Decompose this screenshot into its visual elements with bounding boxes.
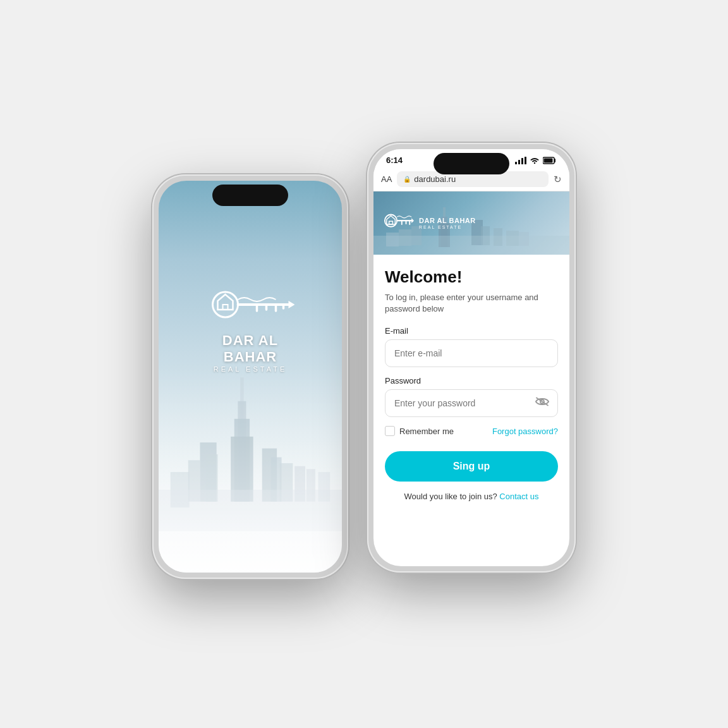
header-image: DAR AL BAHAR REAL ESTATE [373,191,569,255]
remember-row: Remember me Forgot password? [385,426,558,436]
svg-marker-50 [411,218,414,223]
skyline-left [159,357,342,573]
forgot-password-link[interactable]: Forgot password? [492,427,558,436]
svg-rect-42 [373,236,569,255]
header-logo: DAR AL BAHAR REAL ESTATE [384,211,476,235]
svg-rect-15 [159,366,342,573]
status-time: 6:14 [386,155,403,165]
header-logo-text: DAR AL BAHAR REAL ESTATE [419,217,476,229]
svg-rect-25 [515,162,517,164]
svg-marker-44 [387,215,395,224]
left-brand-subtitle: REAL ESTATE [205,365,296,373]
contact-link[interactable]: Contact us [499,492,538,501]
reload-icon[interactable]: ↻ [554,174,562,185]
left-brand-name: DAR AL BAHAR [205,332,296,365]
svg-rect-26 [518,160,520,164]
scene: DAR AL BAHAR REAL ESTATE 6:14 [152,149,576,579]
header-brand-sub: REAL ESTATE [419,225,476,229]
email-input[interactable] [385,339,558,367]
browser-url: dardubai.ru [414,174,456,184]
wifi-icon [530,157,540,164]
svg-rect-27 [521,158,523,164]
password-wrap [385,389,558,417]
browser-aa[interactable]: AA [381,174,392,184]
phone-right: 6:14 [367,143,576,573]
password-input[interactable] [385,389,558,417]
phone-left: DAR AL BAHAR REAL ESTATE [152,174,348,579]
join-row: Would you like to join us? Contact us [385,492,558,501]
header-brand-name: DAR AL BAHAR [419,217,476,225]
battery-icon [543,157,557,164]
svg-rect-45 [389,221,393,224]
welcome-subtitle: To log in, please enter your username an… [385,292,558,315]
signal-icon [515,157,526,164]
dynamic-island-left [212,185,288,206]
password-label: Password [385,376,558,385]
logo-center: DAR AL BAHAR REAL ESTATE [205,287,296,373]
svg-marker-17 [217,294,233,310]
svg-rect-28 [525,157,526,164]
svg-rect-30 [544,158,553,162]
join-text: Would you like to join us? [404,492,497,501]
remember-label: Remember me [399,427,454,436]
remember-checkbox[interactable] [385,426,395,436]
status-icons [515,157,557,164]
email-label: E-mail [385,326,558,336]
screen-left: DAR AL BAHAR REAL ESTATE [159,181,342,573]
svg-marker-24 [288,301,294,308]
login-form: Welcome! To log in, please enter your us… [373,255,569,566]
welcome-title: Welcome! [385,267,558,287]
eye-icon[interactable] [535,397,549,410]
signup-button[interactable]: Sing up [385,451,558,482]
lock-icon: 🔒 [403,176,411,183]
remember-left[interactable]: Remember me [385,426,454,436]
dynamic-island-right [434,153,509,174]
screen-right: 6:14 [373,149,569,566]
